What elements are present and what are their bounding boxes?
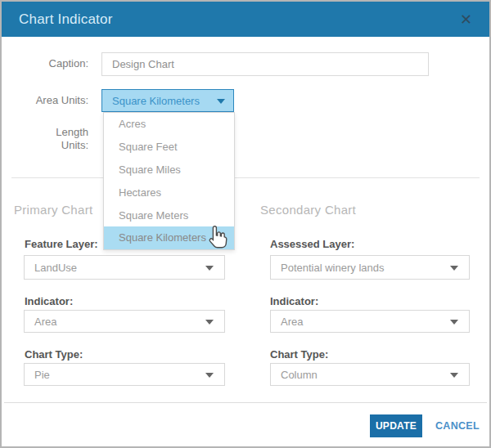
primary-chart-type-label: Chart Type: xyxy=(25,348,83,361)
menu-item-hectares[interactable]: Hectares xyxy=(104,181,234,204)
dialog-title: Chart Indicator xyxy=(19,11,113,28)
secondary-chart-section-title: Secondary Chart xyxy=(260,203,356,217)
cancel-button[interactable]: CANCEL xyxy=(435,420,480,432)
secondary-indicator-value: Area xyxy=(281,316,303,328)
caption-input[interactable] xyxy=(101,52,429,76)
area-units-label: Area Units: xyxy=(2,94,88,107)
menu-item-square-miles[interactable]: Square Miles xyxy=(104,159,234,181)
secondary-indicator-dropdown[interactable]: Area xyxy=(270,310,470,333)
feature-layer-dropdown[interactable]: LandUse xyxy=(24,255,225,280)
primary-indicator-value: Area xyxy=(34,316,56,328)
chevron-down-icon xyxy=(217,99,225,104)
primary-indicator-label: Indicator: xyxy=(25,295,73,307)
primary-chart-section-title: Primary Chart xyxy=(14,203,92,217)
feature-layer-value: LandUse xyxy=(34,262,77,274)
assessed-layer-label: Assessed Layer: xyxy=(270,238,354,250)
chevron-down-icon xyxy=(450,320,458,325)
footer-divider xyxy=(4,402,487,403)
menu-item-square-meters[interactable]: Square Meters xyxy=(104,204,234,226)
caption-label: Caption: xyxy=(2,57,88,70)
secondary-chart-type-dropdown[interactable]: Column xyxy=(270,363,470,386)
menu-item-square-kilometers[interactable]: Square Kilometers xyxy=(104,226,234,249)
section-divider xyxy=(11,177,480,178)
primary-chart-type-dropdown[interactable]: Pie xyxy=(24,363,225,386)
primary-indicator-dropdown[interactable]: Area xyxy=(24,310,225,333)
menu-item-square-feet[interactable]: Square Feet xyxy=(104,136,234,159)
area-units-selected-value: Square Kilometers xyxy=(112,95,200,107)
primary-chart-type-value: Pie xyxy=(34,369,50,381)
length-units-label: Length Units: xyxy=(2,126,88,152)
chevron-down-icon xyxy=(205,266,214,271)
dialog-header: Chart Indicator ✕ xyxy=(2,2,489,37)
assessed-layer-dropdown[interactable]: Potential winery lands xyxy=(270,255,470,280)
assessed-layer-value: Potential winery lands xyxy=(281,262,384,274)
area-units-menu: Acres Square Feet Square Miles Hectares … xyxy=(103,112,235,250)
chevron-down-icon xyxy=(205,373,214,378)
feature-layer-label: Feature Layer: xyxy=(25,238,98,250)
menu-item-acres[interactable]: Acres xyxy=(104,113,234,136)
area-units-dropdown[interactable]: Square Kilometers xyxy=(101,89,234,112)
chart-indicator-dialog: Chart Indicator ✕ Caption: Area Units: S… xyxy=(0,0,491,448)
secondary-chart-type-label: Chart Type: xyxy=(270,348,328,361)
chevron-down-icon xyxy=(450,373,458,378)
chevron-down-icon xyxy=(450,266,458,271)
secondary-indicator-label: Indicator: xyxy=(270,295,318,307)
update-button[interactable]: UPDATE xyxy=(370,414,422,437)
secondary-chart-type-value: Column xyxy=(281,369,318,381)
close-icon[interactable]: ✕ xyxy=(460,12,472,27)
chevron-down-icon xyxy=(205,320,214,325)
